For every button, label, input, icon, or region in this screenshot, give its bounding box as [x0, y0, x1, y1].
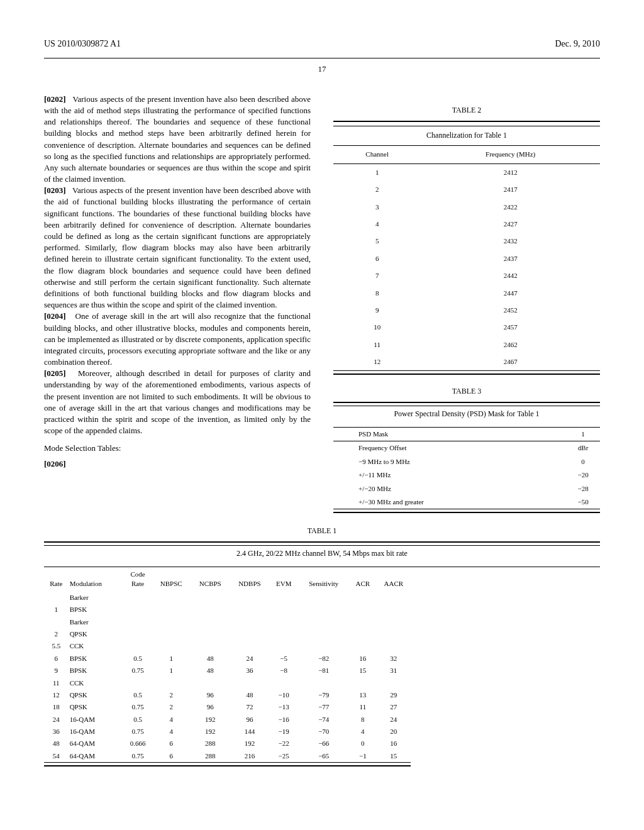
- cell: [124, 677, 152, 689]
- col-psd-val: 1: [566, 428, 600, 441]
- cell: QPSK: [69, 689, 124, 701]
- page-header: US 2010/0309872 A1 Dec. 9, 2010: [44, 38, 600, 50]
- cell: −19: [269, 726, 297, 738]
- cell: 18: [44, 701, 69, 713]
- cell: −70: [298, 726, 350, 738]
- cell: 13: [350, 689, 377, 701]
- cell: 36: [44, 726, 69, 738]
- cell: QPSK: [69, 628, 124, 640]
- cell: [191, 628, 230, 640]
- cell: BPSK: [69, 604, 124, 616]
- cell: −1: [350, 750, 377, 762]
- cell: Barker: [69, 592, 124, 604]
- cell: 5: [333, 233, 421, 250]
- cell: 4: [350, 726, 377, 738]
- cell: [152, 640, 191, 652]
- table3: PSD Mask 1 Frequency OffsetdBr−9 MHz to …: [333, 428, 600, 509]
- cell: CCK: [69, 677, 124, 689]
- table-row: 6BPSK0.514824−5−821632: [44, 653, 411, 665]
- cell: −22: [269, 738, 297, 750]
- cell: −82: [298, 653, 350, 665]
- cell: 2427: [421, 216, 600, 233]
- cell: 2: [152, 701, 191, 713]
- cell: 0.75: [124, 665, 152, 677]
- table-row: Frequency OffsetdBr: [333, 441, 600, 455]
- cell: 6: [152, 750, 191, 762]
- cell: [376, 640, 411, 652]
- cell: 96: [230, 714, 269, 726]
- table-row: 18QPSK0.7529672−13−771127: [44, 701, 411, 713]
- table-row: 11CCK: [44, 677, 411, 689]
- cell: [298, 604, 350, 616]
- cell: 10: [333, 319, 421, 336]
- cell: −28: [566, 482, 600, 495]
- cell: −20: [566, 468, 600, 482]
- cell: 16: [376, 738, 411, 750]
- cell: 8: [350, 714, 377, 726]
- cell: [191, 640, 230, 652]
- cell: 1: [152, 665, 191, 677]
- cell: [350, 640, 377, 652]
- table-row: 1BPSK: [44, 604, 411, 616]
- cell: 2457: [421, 319, 600, 336]
- paragraph-0203: [0203] Various aspects of the present in…: [44, 185, 311, 311]
- para-text: Various aspects of the present invention…: [44, 185, 311, 309]
- para-number: [0205]: [44, 368, 66, 378]
- cell: 96: [191, 689, 230, 701]
- cell: 48: [191, 653, 230, 665]
- table-row: 92452: [333, 302, 600, 319]
- cell: 16: [350, 653, 377, 665]
- table-row: +/−11 MHz−20: [333, 468, 600, 482]
- cell: BPSK: [69, 653, 124, 665]
- table-row: 12412: [333, 164, 600, 181]
- table-row: 5464-QAM0.756288216−25−65−115: [44, 750, 411, 762]
- table-row: Barker: [44, 592, 411, 604]
- col-rate: Rate: [44, 567, 69, 592]
- cell: [298, 640, 350, 652]
- table-row: 12QPSK0.529648−10−791329: [44, 689, 411, 701]
- cell: 27: [376, 701, 411, 713]
- cell: −13: [269, 701, 297, 713]
- cell: 0.5: [124, 653, 152, 665]
- cell: 11: [44, 677, 69, 689]
- cell: [376, 628, 411, 640]
- cell: 1: [152, 653, 191, 665]
- table2-label: TABLE 2: [333, 105, 600, 116]
- cell: 15: [376, 750, 411, 762]
- cell: [191, 604, 230, 616]
- cell: [124, 628, 152, 640]
- col-modulation: Modulation: [69, 567, 124, 592]
- cell: 144: [230, 726, 269, 738]
- cell: 216: [230, 750, 269, 762]
- cell: 12: [333, 353, 421, 370]
- cell: 32: [376, 653, 411, 665]
- cell: 12: [44, 689, 69, 701]
- table-row: 2QPSK: [44, 628, 411, 640]
- cell: −77: [298, 701, 350, 713]
- cell: 0.5: [124, 714, 152, 726]
- publication-number: US 2010/0309872 A1: [44, 38, 121, 50]
- cell: 48: [230, 689, 269, 701]
- cell: [350, 677, 377, 689]
- paragraph-0206: [0206]: [44, 458, 311, 470]
- cell: 0.75: [124, 701, 152, 713]
- cell: 192: [191, 714, 230, 726]
- table-row: 72442: [333, 267, 600, 284]
- cell: −66: [298, 738, 350, 750]
- table-row: 3616-QAM0.754192144−19−70420: [44, 726, 411, 738]
- cell: Frequency Offset: [333, 441, 566, 455]
- col-channel: Channel: [333, 146, 421, 163]
- two-column-layout: [0202] Various aspects of the present in…: [44, 94, 600, 514]
- cell: BPSK: [69, 665, 124, 677]
- cell: −8: [269, 665, 297, 677]
- cell: 48: [191, 665, 230, 677]
- cell: −79: [298, 689, 350, 701]
- table1-label: TABLE 1: [44, 526, 600, 536]
- cell: −16: [269, 714, 297, 726]
- table1: Rate Modulation Code Rate NBPSC NCBPS ND…: [44, 567, 411, 762]
- cell: 288: [191, 738, 230, 750]
- cell: 16-QAM: [69, 726, 124, 738]
- para-text: Various aspects of the present invention…: [44, 94, 311, 184]
- para-number: [0203]: [44, 185, 66, 195]
- col-acr: ACR: [350, 567, 377, 592]
